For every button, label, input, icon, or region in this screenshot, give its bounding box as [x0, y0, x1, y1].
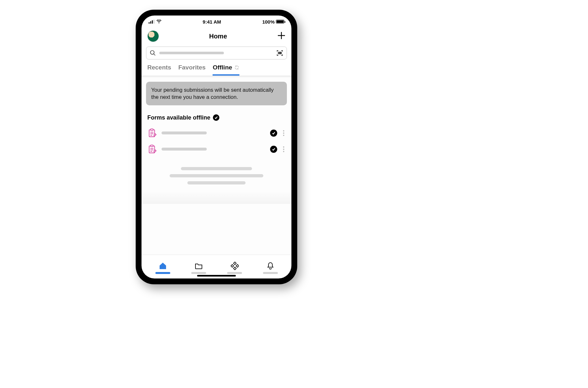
offline-info-banner: Your pending submissions will be sent au… — [146, 82, 287, 105]
svg-rect-20 — [151, 145, 153, 146]
app-header: Home — [142, 28, 291, 45]
svg-rect-0 — [149, 22, 150, 24]
more-menu-button[interactable] — [282, 129, 286, 137]
check-badge-icon — [213, 114, 219, 121]
content-area: Your pending submissions will be sent au… — [142, 76, 291, 255]
form-name-skeleton — [162, 148, 207, 151]
svg-rect-27 — [233, 267, 236, 269]
tabs: Recents Favorites Offline — [142, 63, 291, 76]
nav-label-skeleton — [227, 272, 242, 274]
svg-rect-3 — [153, 20, 154, 24]
search-input[interactable] — [146, 47, 287, 59]
search-icon — [150, 50, 156, 56]
status-bar: 9:41 AM 100% — [142, 16, 291, 28]
offline-toggle-button[interactable] — [270, 130, 277, 137]
more-menu-button[interactable] — [282, 145, 286, 153]
svg-point-4 — [159, 22, 160, 23]
folder-icon — [194, 262, 203, 270]
nav-files[interactable] — [187, 262, 210, 274]
form-name-skeleton — [162, 131, 207, 134]
status-time: 9:41 AM — [203, 19, 221, 25]
tab-favorites[interactable]: Favorites — [178, 64, 205, 76]
phone-frame: 9:41 AM 100% Home — [136, 10, 297, 284]
apps-icon — [230, 262, 239, 270]
svg-point-7 — [151, 51, 154, 55]
wifi-icon — [156, 20, 162, 24]
home-icon — [159, 262, 167, 270]
nav-notifications[interactable] — [259, 262, 282, 274]
search-row — [142, 45, 291, 63]
section-title: Forms available offline — [147, 114, 210, 121]
home-indicator — [197, 275, 236, 277]
nav-label-skeleton — [155, 272, 170, 274]
offline-toggle-button[interactable] — [270, 146, 277, 153]
avatar[interactable] — [147, 30, 159, 42]
sync-icon — [234, 65, 239, 70]
nav-label-skeleton — [191, 272, 206, 274]
nav-home[interactable] — [152, 262, 174, 274]
list-item[interactable] — [142, 141, 291, 157]
svg-rect-26 — [236, 264, 238, 267]
battery-percent: 100% — [262, 19, 275, 25]
svg-rect-25 — [231, 264, 233, 267]
svg-rect-24 — [233, 262, 236, 264]
section-header: Forms available offline — [142, 111, 291, 125]
plus-icon — [277, 31, 286, 40]
svg-rect-15 — [151, 129, 153, 130]
bottom-nav — [142, 255, 291, 278]
phone-screen: 9:41 AM 100% Home — [142, 16, 291, 278]
search-placeholder-skeleton — [159, 52, 224, 54]
form-icon — [147, 144, 157, 154]
nav-label-skeleton — [263, 272, 278, 274]
tab-offline[interactable]: Offline — [213, 64, 239, 76]
nav-apps[interactable] — [223, 262, 246, 274]
loading-skeleton — [142, 157, 291, 188]
page-title: Home — [209, 33, 227, 40]
svg-rect-1 — [150, 21, 151, 24]
cellular-signal-icon — [149, 20, 154, 24]
barcode-scan-icon[interactable] — [276, 49, 283, 57]
add-button[interactable] — [277, 31, 286, 41]
form-icon — [147, 128, 157, 138]
svg-line-8 — [154, 54, 155, 56]
list-item[interactable] — [142, 125, 291, 141]
tab-offline-label: Offline — [213, 64, 232, 71]
bell-icon — [266, 262, 275, 270]
svg-rect-2 — [152, 20, 153, 24]
tab-recents[interactable]: Recents — [147, 64, 171, 76]
battery-icon — [276, 20, 284, 24]
